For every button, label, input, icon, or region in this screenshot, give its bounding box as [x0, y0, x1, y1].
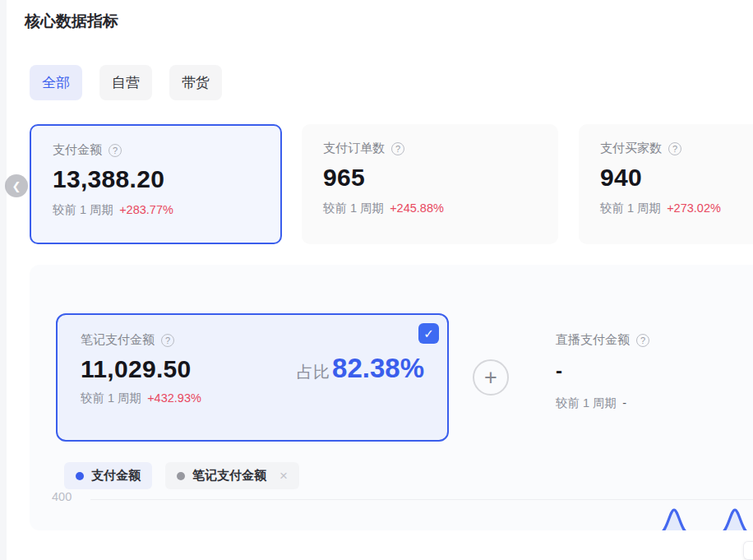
metric-card-payment-buyers[interactable]: 支付买家数 ? 940 较前 1 周期 +273.02%	[579, 124, 753, 244]
legend-dot-blue	[76, 472, 84, 480]
tab-all[interactable]: 全部	[30, 65, 82, 100]
legend-item-note-payment-amount[interactable]: 笔记支付金额 ×	[165, 462, 299, 489]
compare-label: 较前 1 周期	[323, 201, 384, 216]
page-title: 核心数据指标	[25, 11, 118, 32]
delta-value: +432.93%	[147, 391, 201, 405]
legend-label: 笔记支付金额	[192, 468, 266, 484]
help-icon[interactable]: ?	[668, 142, 681, 155]
y-axis-tick-400: 400	[52, 490, 72, 503]
legend-item-payment-amount[interactable]: 支付金额	[64, 462, 152, 489]
help-icon[interactable]: ?	[636, 334, 649, 347]
floating-widget-cutoff[interactable]	[743, 541, 753, 560]
compare-label: 较前 1 周期	[556, 396, 617, 411]
legend-dot-gray	[177, 472, 185, 480]
metric-value: 965	[323, 164, 537, 192]
carousel-prev-button[interactable]: ❮	[5, 174, 28, 197]
scope-tabs: 全部 自营 带货	[30, 65, 222, 100]
metric-label: 直播支付金额	[556, 332, 630, 348]
help-icon[interactable]: ?	[161, 334, 174, 347]
compare-label: 较前 1 周期	[81, 391, 141, 406]
delta-value: +273.02%	[667, 201, 721, 215]
metric-value: 11,029.50	[81, 355, 192, 383]
metric-label: 支付金额	[53, 142, 102, 158]
tab-self-operated-label: 自营	[112, 73, 140, 92]
delta-value: +245.88%	[390, 201, 444, 215]
share-label: 占比	[297, 361, 330, 383]
delta-value: -	[622, 396, 626, 410]
metric-label: 支付买家数	[600, 141, 662, 156]
chart-legend: 支付金额 笔记支付金额 ×	[64, 462, 299, 489]
checkmark-icon: ✓	[423, 326, 434, 341]
breakdown-card-live-payment[interactable]: 直播支付金额 ? - 较前 1 周期 -	[536, 313, 753, 442]
tab-self-operated[interactable]: 自营	[99, 65, 152, 100]
note-card-checkbox[interactable]: ✓	[418, 323, 439, 344]
help-icon[interactable]: ?	[109, 144, 122, 157]
metric-label: 笔记支付金额	[81, 332, 155, 348]
plus-icon: +	[484, 367, 497, 389]
metric-card-payment-amount[interactable]: 支付金额 ? 13,388.20 较前 1 周期 +283.77%	[30, 124, 282, 244]
metric-card-payment-orders[interactable]: 支付订单数 ? 965 较前 1 周期 +245.88%	[302, 124, 558, 244]
breakdown-card-note-payment[interactable]: 笔记支付金额 ? 11,029.50 占比 82.38% 较前 1 周期 +43…	[56, 313, 449, 442]
legend-label: 支付金额	[91, 468, 141, 484]
compare-label: 较前 1 周期	[53, 202, 113, 218]
chevron-left-icon: ❮	[12, 180, 21, 192]
metric-value: -	[556, 359, 753, 382]
metric-label: 支付订单数	[323, 141, 385, 156]
help-icon[interactable]: ?	[391, 142, 404, 155]
page-left-edge	[0, 0, 7, 560]
metric-value: 13,388.20	[53, 165, 259, 193]
line-chart-peaks	[621, 507, 752, 530]
tab-all-label: 全部	[42, 73, 70, 92]
chart-gridline	[90, 499, 753, 500]
core-metrics-page: 核心数据指标 全部 自营 带货 ❮ 支付金额 ? 13,388.20 较前 1 …	[0, 0, 753, 560]
tab-affiliate-label: 带货	[182, 73, 210, 92]
compare-label: 较前 1 周期	[600, 201, 661, 216]
delta-value: +283.77%	[119, 203, 173, 216]
tab-affiliate[interactable]: 带货	[169, 65, 222, 100]
share-value: 82.38%	[332, 353, 424, 384]
breakdown-panel: 笔记支付金额 ? 11,029.50 占比 82.38% 较前 1 周期 +43…	[30, 265, 753, 530]
add-metric-button[interactable]: +	[473, 359, 509, 396]
metric-value: 940	[600, 164, 753, 192]
remove-legend-icon[interactable]: ×	[279, 468, 288, 484]
